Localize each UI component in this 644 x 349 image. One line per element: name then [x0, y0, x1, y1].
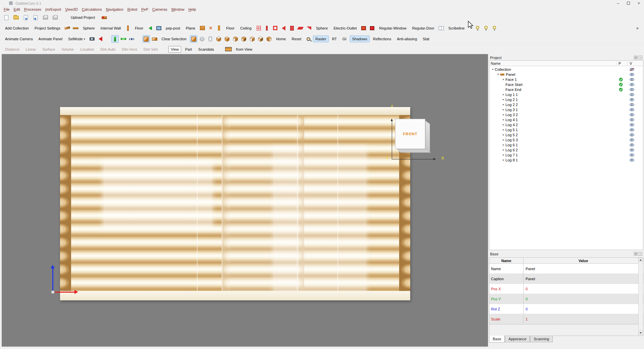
tree-row-log-4-2[interactable]: ▸Log 4 2 [489, 122, 643, 127]
cube-view-front-button[interactable] [215, 35, 222, 43]
floor-button[interactable]: Floor [224, 25, 237, 32]
visibility-eye-icon[interactable] [629, 123, 635, 127]
visibility-eye-icon[interactable] [629, 143, 635, 147]
stat-button[interactable]: Stat [420, 36, 432, 42]
scroll-down-button[interactable] [639, 331, 643, 335]
camera-gear-button[interactable] [89, 35, 96, 43]
expand-arrow[interactable]: ▸ [501, 98, 505, 101]
visibility-eye-icon[interactable] [629, 158, 635, 162]
expand-arrow[interactable]: ▸ [501, 78, 505, 81]
tab-scanning[interactable]: Scanning [530, 336, 553, 342]
bulb-button[interactable] [491, 24, 498, 32]
print-preview-button[interactable] [51, 14, 59, 21]
wire-cylinder-button[interactable] [207, 35, 214, 43]
property-value[interactable]: Panel [524, 264, 643, 273]
property-value[interactable]: 0 [524, 304, 643, 314]
shadows-button[interactable]: Shadows [350, 36, 370, 42]
visibility-eye-icon[interactable] [629, 83, 635, 86]
menu-robot[interactable]: Robot [125, 7, 139, 11]
regular-window-button[interactable]: Regular-Window [377, 25, 409, 32]
expand-arrow[interactable]: ▸ [501, 113, 505, 116]
expand-arrow[interactable]: ▸ [501, 143, 505, 146]
scandata-button[interactable]: Scandata [196, 46, 216, 53]
upload-wood-button[interactable] [100, 14, 107, 21]
import-file-button[interactable] [22, 14, 30, 21]
orange-box-button[interactable] [143, 35, 150, 43]
visibility-eye-icon[interactable] [629, 108, 635, 111]
rt-button[interactable]: RT [330, 36, 339, 42]
menu-pep[interactable]: PeP [139, 7, 150, 11]
expand-arrow[interactable]: ▸ [501, 158, 505, 161]
maximize-button[interactable] [623, 0, 634, 6]
gi-button[interactable]: GI [340, 36, 349, 42]
scribeline-button[interactable]: Scribeline [446, 25, 467, 32]
menu-processes[interactable]: Processes [22, 7, 43, 11]
print-button[interactable] [42, 14, 49, 21]
red-square-button[interactable] [368, 24, 376, 32]
clear-selection-button[interactable]: Clear Selection [159, 36, 189, 42]
visibility-eye-icon[interactable] [629, 148, 635, 152]
cube-view-left-button[interactable] [232, 35, 239, 43]
sphere-button[interactable]: Sphere [80, 25, 97, 32]
animate-camera-button[interactable]: Animate Camera [3, 36, 35, 42]
orange-x-button[interactable] [207, 24, 214, 32]
menu-navigation[interactable]: Navigation [104, 7, 125, 11]
tree-row-face-end[interactable]: Face End [489, 87, 643, 92]
scan-film-button[interactable] [225, 46, 232, 53]
visibility-eye-icon[interactable] [629, 118, 635, 121]
expand-arrow[interactable]: ▸ [501, 148, 505, 151]
property-value[interactable]: 0 [524, 294, 643, 304]
tree-row-log-6-1[interactable]: ▸Log 6 1 [489, 142, 643, 147]
scroll-up-button[interactable] [639, 258, 643, 262]
visibility-eye-icon[interactable] [629, 78, 635, 81]
dots-grid-button[interactable] [255, 24, 262, 32]
visibility-eye-off-icon[interactable] [629, 68, 635, 71]
processed-check-icon[interactable] [618, 88, 624, 92]
menu-edit[interactable]: Edit [12, 7, 22, 11]
red-back-arrow-button[interactable] [97, 35, 104, 43]
anti-aliasing-button[interactable]: Anti-aliasing [394, 36, 419, 42]
reflections-button[interactable]: Reflections [371, 36, 393, 42]
sphere-button[interactable]: Sphere [314, 25, 330, 32]
menu-view3d[interactable]: View3D [63, 7, 80, 11]
visibility-eye-icon[interactable] [629, 133, 635, 137]
tree-row-log-6-2[interactable]: ▸Log 6 2 [489, 147, 643, 152]
wood-plank-button[interactable] [64, 24, 71, 32]
bulb-button[interactable] [482, 24, 490, 32]
panel-float-button[interactable] [634, 252, 638, 256]
property-value[interactable]: 0 [524, 284, 643, 294]
wire-sphere-button[interactable] [198, 35, 206, 43]
reset-button[interactable]: Reset [289, 36, 304, 42]
visibility-eye-icon[interactable] [629, 88, 635, 91]
surface-button[interactable]: Surface [40, 46, 57, 53]
tree-row-log-8-1[interactable]: ▸Log 8 1 [489, 157, 643, 162]
dim-horz-button[interactable]: Dim Horz [119, 46, 140, 53]
dim-vert-button[interactable]: Dim Vert [141, 46, 160, 53]
panel-close-button[interactable]: × [639, 56, 642, 59]
cube-view-back-button[interactable] [223, 35, 231, 43]
orange-slab-button[interactable] [151, 35, 158, 43]
pep-post-button[interactable]: pep-post [163, 25, 182, 32]
tree-row-log-3-1[interactable]: ▸Log 3 1 [489, 107, 643, 112]
orange-box2-button[interactable] [190, 35, 197, 43]
tree-row-panel[interactable]: ▾Panel [489, 72, 643, 77]
view-cube[interactable]: FRONT [395, 118, 433, 154]
processed-check-icon[interactable] [618, 83, 624, 87]
cube-view-bottom-button[interactable] [257, 35, 264, 43]
expand-arrow[interactable]: ▸ [501, 93, 505, 96]
visibility-eye-icon[interactable] [629, 138, 635, 142]
minimize-button[interactable]: – [613, 0, 623, 6]
part-button[interactable]: Part [183, 46, 194, 53]
property-value[interactable]: 1 [524, 314, 643, 324]
expand-arrow[interactable]: ▸ [501, 153, 505, 156]
tree-row-log-2-2[interactable]: ▸Log 2 2 [489, 102, 643, 107]
selmode-button[interactable]: SelMode▾ [66, 36, 87, 42]
window-frame-button[interactable] [438, 24, 445, 32]
visibility-eye-icon[interactable] [629, 98, 635, 101]
tree-row-log-5-3[interactable]: ▸Log 5 3 [489, 137, 643, 142]
tree-row-face-start[interactable]: Face Start [489, 82, 643, 87]
electric-outlet-button[interactable]: Electric-Outlet [331, 25, 359, 32]
export-file-button[interactable] [32, 14, 39, 21]
expand-arrow[interactable]: ▾ [496, 73, 500, 76]
visibility-eye-icon[interactable] [629, 103, 635, 106]
